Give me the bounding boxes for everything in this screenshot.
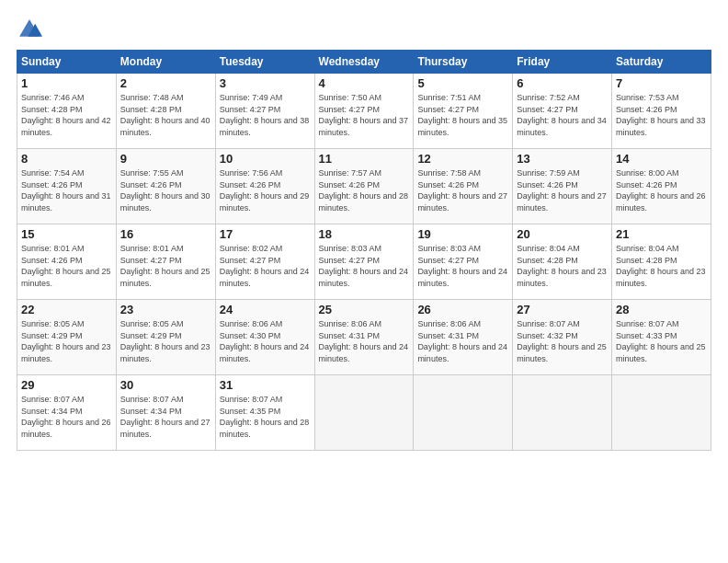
day-info: Sunrise: 8:07 AM Sunset: 4:34 PM Dayligh… [120, 394, 211, 440]
calendar-cell: 16 Sunrise: 8:01 AM Sunset: 4:27 PM Dayl… [116, 224, 215, 300]
day-number: 25 [319, 303, 410, 316]
day-info: Sunrise: 7:58 AM Sunset: 4:26 PM Dayligh… [417, 167, 508, 213]
day-info: Sunrise: 8:05 AM Sunset: 4:29 PM Dayligh… [21, 318, 112, 364]
calendar-cell: 15 Sunrise: 8:01 AM Sunset: 4:26 PM Dayl… [17, 224, 117, 300]
day-info: Sunrise: 7:56 AM Sunset: 4:26 PM Dayligh… [220, 167, 311, 213]
calendar-week-row: 29 Sunrise: 8:07 AM Sunset: 4:34 PM Dayl… [17, 375, 711, 451]
calendar-cell: 14 Sunrise: 8:00 AM Sunset: 4:26 PM Dayl… [612, 149, 711, 224]
calendar-body: 1 Sunrise: 7:46 AM Sunset: 4:28 PM Dayli… [17, 74, 711, 451]
calendar-cell: 31 Sunrise: 8:07 AM Sunset: 4:35 PM Dayl… [215, 375, 314, 451]
calendar-week-row: 1 Sunrise: 7:46 AM Sunset: 4:28 PM Dayli… [17, 74, 711, 149]
column-header-monday: Monday [116, 51, 215, 74]
day-number: 11 [319, 152, 410, 166]
calendar-cell: 21 Sunrise: 8:04 AM Sunset: 4:28 PM Dayl… [612, 224, 711, 300]
calendar-cell: 17 Sunrise: 8:02 AM Sunset: 4:27 PM Dayl… [215, 224, 314, 300]
day-number: 22 [21, 303, 112, 316]
day-number: 3 [220, 76, 311, 90]
calendar-cell: 3 Sunrise: 7:49 AM Sunset: 4:27 PM Dayli… [215, 74, 314, 149]
calendar-cell: 29 Sunrise: 8:07 AM Sunset: 4:34 PM Dayl… [17, 375, 117, 451]
day-info: Sunrise: 8:01 AM Sunset: 4:27 PM Dayligh… [120, 243, 211, 289]
day-number: 17 [220, 227, 311, 241]
calendar-cell: 11 Sunrise: 7:57 AM Sunset: 4:26 PM Dayl… [314, 149, 414, 224]
day-number: 23 [120, 303, 211, 316]
day-info: Sunrise: 8:07 AM Sunset: 4:32 PM Dayligh… [517, 318, 608, 364]
day-info: Sunrise: 8:03 AM Sunset: 4:27 PM Dayligh… [319, 243, 410, 289]
calendar-cell: 9 Sunrise: 7:55 AM Sunset: 4:26 PM Dayli… [116, 149, 215, 224]
calendar-cell: 8 Sunrise: 7:54 AM Sunset: 4:26 PM Dayli… [17, 149, 117, 224]
logo-icon [17, 17, 42, 42]
calendar-cell: 18 Sunrise: 8:03 AM Sunset: 4:27 PM Dayl… [314, 224, 414, 300]
day-info: Sunrise: 7:54 AM Sunset: 4:26 PM Dayligh… [21, 167, 112, 213]
calendar-cell [612, 375, 711, 451]
day-number: 8 [21, 152, 112, 166]
day-info: Sunrise: 7:59 AM Sunset: 4:26 PM Dayligh… [517, 167, 608, 213]
page: SundayMondayTuesdayWednesdayThursdayFrid… [0, 0, 728, 563]
day-info: Sunrise: 7:55 AM Sunset: 4:26 PM Dayligh… [120, 167, 211, 213]
day-number: 5 [417, 76, 508, 90]
day-info: Sunrise: 8:06 AM Sunset: 4:30 PM Dayligh… [220, 318, 311, 364]
calendar-cell: 26 Sunrise: 8:06 AM Sunset: 4:31 PM Dayl… [414, 300, 513, 375]
calendar-week-row: 22 Sunrise: 8:05 AM Sunset: 4:29 PM Dayl… [17, 300, 711, 375]
calendar-cell: 7 Sunrise: 7:53 AM Sunset: 4:26 PM Dayli… [612, 74, 711, 149]
day-info: Sunrise: 8:05 AM Sunset: 4:29 PM Dayligh… [120, 318, 211, 364]
day-info: Sunrise: 8:07 AM Sunset: 4:34 PM Dayligh… [21, 394, 112, 440]
day-number: 9 [120, 152, 211, 166]
calendar-cell: 13 Sunrise: 7:59 AM Sunset: 4:26 PM Dayl… [513, 149, 612, 224]
day-info: Sunrise: 8:01 AM Sunset: 4:26 PM Dayligh… [21, 243, 112, 289]
calendar-cell: 20 Sunrise: 8:04 AM Sunset: 4:28 PM Dayl… [513, 224, 612, 300]
day-number: 2 [120, 76, 211, 90]
calendar-cell: 1 Sunrise: 7:46 AM Sunset: 4:28 PM Dayli… [17, 74, 117, 149]
column-header-sunday: Sunday [17, 51, 117, 74]
day-info: Sunrise: 7:57 AM Sunset: 4:26 PM Dayligh… [319, 167, 410, 213]
calendar-cell: 30 Sunrise: 8:07 AM Sunset: 4:34 PM Dayl… [116, 375, 215, 451]
column-header-wednesday: Wednesday [314, 51, 414, 74]
day-number: 19 [417, 227, 508, 241]
day-info: Sunrise: 8:06 AM Sunset: 4:31 PM Dayligh… [417, 318, 508, 364]
day-info: Sunrise: 8:00 AM Sunset: 4:26 PM Dayligh… [616, 167, 707, 213]
day-number: 29 [21, 378, 112, 392]
day-info: Sunrise: 8:02 AM Sunset: 4:27 PM Dayligh… [220, 243, 311, 289]
day-number: 10 [220, 152, 311, 166]
day-info: Sunrise: 8:07 AM Sunset: 4:35 PM Dayligh… [220, 394, 311, 440]
day-info: Sunrise: 7:46 AM Sunset: 4:28 PM Dayligh… [21, 92, 112, 138]
day-number: 26 [417, 303, 508, 316]
day-number: 18 [319, 227, 410, 241]
calendar-cell: 24 Sunrise: 8:06 AM Sunset: 4:30 PM Dayl… [215, 300, 314, 375]
day-info: Sunrise: 8:04 AM Sunset: 4:28 PM Dayligh… [616, 243, 707, 289]
calendar-cell [314, 375, 414, 451]
calendar-cell: 5 Sunrise: 7:51 AM Sunset: 4:27 PM Dayli… [414, 74, 513, 149]
calendar-cell: 27 Sunrise: 8:07 AM Sunset: 4:32 PM Dayl… [513, 300, 612, 375]
day-number: 1 [21, 76, 112, 90]
day-info: Sunrise: 7:49 AM Sunset: 4:27 PM Dayligh… [220, 92, 311, 138]
day-number: 16 [120, 227, 211, 241]
calendar-cell: 4 Sunrise: 7:50 AM Sunset: 4:27 PM Dayli… [314, 74, 414, 149]
day-number: 15 [21, 227, 112, 241]
day-number: 12 [417, 152, 508, 166]
day-number: 4 [319, 76, 410, 90]
day-number: 24 [220, 303, 311, 316]
calendar-cell [513, 375, 612, 451]
day-info: Sunrise: 7:50 AM Sunset: 4:27 PM Dayligh… [319, 92, 410, 138]
calendar-cell: 10 Sunrise: 7:56 AM Sunset: 4:26 PM Dayl… [215, 149, 314, 224]
day-info: Sunrise: 7:52 AM Sunset: 4:27 PM Dayligh… [517, 92, 608, 138]
logo [17, 17, 46, 42]
calendar-table: SundayMondayTuesdayWednesdayThursdayFrid… [17, 50, 711, 451]
calendar-cell: 23 Sunrise: 8:05 AM Sunset: 4:29 PM Dayl… [116, 300, 215, 375]
column-header-saturday: Saturday [612, 51, 711, 74]
calendar-cell [414, 375, 513, 451]
day-number: 30 [120, 378, 211, 392]
calendar-cell: 22 Sunrise: 8:05 AM Sunset: 4:29 PM Dayl… [17, 300, 117, 375]
day-number: 13 [517, 152, 608, 166]
calendar-week-row: 15 Sunrise: 8:01 AM Sunset: 4:26 PM Dayl… [17, 224, 711, 300]
day-info: Sunrise: 7:48 AM Sunset: 4:28 PM Dayligh… [120, 92, 211, 138]
calendar-cell: 12 Sunrise: 7:58 AM Sunset: 4:26 PM Dayl… [414, 149, 513, 224]
day-info: Sunrise: 8:04 AM Sunset: 4:28 PM Dayligh… [517, 243, 608, 289]
day-number: 14 [616, 152, 707, 166]
column-header-thursday: Thursday [414, 51, 513, 74]
day-number: 7 [616, 76, 707, 90]
day-number: 28 [616, 303, 707, 316]
day-info: Sunrise: 8:06 AM Sunset: 4:31 PM Dayligh… [319, 318, 410, 364]
day-info: Sunrise: 8:07 AM Sunset: 4:33 PM Dayligh… [616, 318, 707, 364]
day-info: Sunrise: 7:53 AM Sunset: 4:26 PM Dayligh… [616, 92, 707, 138]
calendar-week-row: 8 Sunrise: 7:54 AM Sunset: 4:26 PM Dayli… [17, 149, 711, 224]
